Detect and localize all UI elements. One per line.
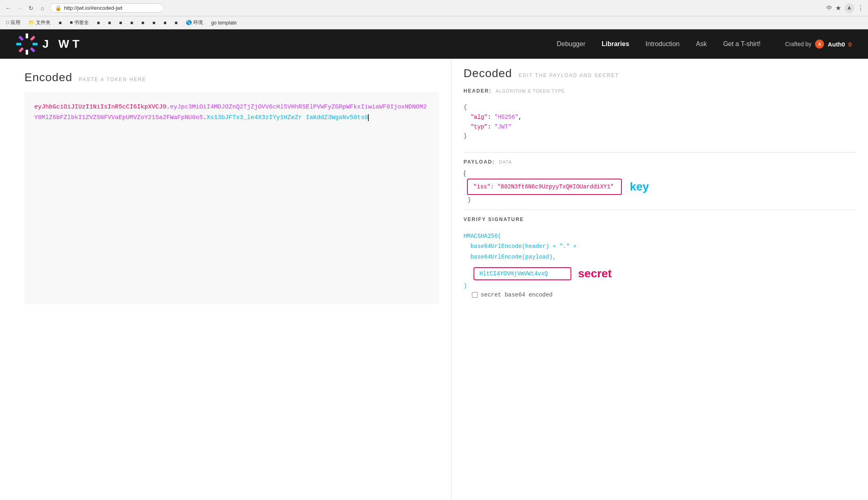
verify-arg2: base64UrlEncode(payload), xyxy=(470,254,556,260)
nav-debugger[interactable]: Debugger xyxy=(557,40,585,48)
browser-bar: ← → ↻ ⌂ 🔒 http://jwt.io/#encoded-jwt 中 ★… xyxy=(0,0,868,16)
encoded-title-text: Encoded xyxy=(24,71,73,84)
typ-key: "typ" xyxy=(470,124,487,130)
nav-introduction[interactable]: Introduction xyxy=(645,40,680,48)
verify-closing: ) xyxy=(464,283,856,289)
bookmark-9[interactable]: ■ xyxy=(161,19,168,27)
payload-json: { "iss": "802N3ft6N6c9UzpyyTxQHIOUarddiX… xyxy=(464,170,856,203)
bookmark-apps[interactable]: □ 应用 xyxy=(4,18,22,27)
divider-2 xyxy=(464,210,856,210)
bookmark-4[interactable]: ■ xyxy=(106,19,113,27)
verify-arg1: base64UrlEncode(header) + "." + xyxy=(470,243,576,250)
address-bar[interactable]: 🔒 http://jwt.io/#encoded-jwt xyxy=(50,3,164,13)
alg-key: "alg" xyxy=(470,114,487,120)
payload-iss-box[interactable]: "iss": "802N3ft6N6c9UzpyyTxQHIOUarddiXY1… xyxy=(467,179,622,195)
auth0-zero: 0 xyxy=(848,41,852,48)
payload-closing: } xyxy=(464,197,856,203)
key-label: key xyxy=(630,180,649,193)
svg-rect-2 xyxy=(33,43,37,45)
bookmark-go-template[interactable]: go template xyxy=(209,19,239,27)
payload-section: PAYLOAD: DATA { "iss": "802N3ft6N6c9Uzpy… xyxy=(464,159,856,203)
translate-icon[interactable]: 中 xyxy=(826,4,832,12)
bookmark-environment[interactable]: 🌎 环境 xyxy=(184,18,205,27)
verify-func-text: HMACSHA256( xyxy=(464,233,501,239)
token-part1: eyJhbGciOiJIUzI1NiIsInR5cCI6IkpXVCJ9 xyxy=(34,104,166,111)
payload-iss-row: "iss": "802N3ft6N6c9UzpyyTxQHIOUarddiXY1… xyxy=(467,179,856,195)
nav-ask[interactable]: Ask xyxy=(696,40,707,48)
divider-1 xyxy=(464,152,856,153)
svg-text:A: A xyxy=(818,42,821,46)
iss-value: "802N3ft6N6c9UzpyyTxQHIOUarddiXY1" xyxy=(497,184,614,190)
svg-rect-7 xyxy=(18,35,24,41)
bookmark-10[interactable]: ■ xyxy=(173,19,180,27)
nav-links: Debugger Libraries Introduction Ask Get … xyxy=(557,40,760,48)
base64-checkbox-row: secret base64 encoded xyxy=(472,292,856,298)
verify-section-label: VERIFY SIGNATURE xyxy=(464,217,856,222)
decoded-panel-title: Decoded EDIT THE PAYLOAD AND SECRET xyxy=(464,67,856,80)
jwt-logo-icon xyxy=(16,33,37,55)
svg-rect-6 xyxy=(16,43,21,45)
bookmark-5[interactable]: ■ xyxy=(117,19,124,27)
svg-rect-3 xyxy=(30,47,35,53)
back-button[interactable]: ← xyxy=(4,4,12,12)
secret-input[interactable] xyxy=(474,267,571,280)
logo-text: J WT xyxy=(42,38,83,51)
base64-label: secret base64 encoded xyxy=(481,292,553,298)
content-area: Encoded PASTE A TOKEN HERE eyJhbGciOiJIU… xyxy=(0,59,868,500)
alg-value: "HS256" xyxy=(494,114,518,120)
main-navigation: J WT Debugger Libraries Introduction Ask… xyxy=(0,29,868,59)
header-section-label: HEADER: ALGORITHM & TOKEN TYPE xyxy=(464,88,856,94)
nav-tshirt[interactable]: Get a T-shirt! xyxy=(723,40,760,48)
bookmark-8[interactable]: ■ xyxy=(150,19,157,27)
profile-icon[interactable]: A xyxy=(844,3,854,13)
svg-rect-0 xyxy=(26,33,28,38)
encoded-panel: Encoded PASTE A TOKEN HERE eyJhbGciOiJIU… xyxy=(0,59,452,500)
typ-value: "JWT" xyxy=(494,124,511,130)
logo-area: J WT xyxy=(16,33,83,55)
home-button[interactable]: ⌂ xyxy=(38,4,46,12)
crafted-by: Crafted by A Auth0 0 xyxy=(785,39,852,49)
verify-section: VERIFY SIGNATURE HMACSHA256( base64UrlEn… xyxy=(464,217,856,298)
bookmark-star-icon[interactable]: ★ xyxy=(835,4,841,12)
decoded-title-text: Decoded xyxy=(464,67,512,80)
bookmarks-bar: □ 应用 📁 文件夹 ■ ■ 书签全 ■ ■ ■ ■ ■ ■ ■ ■ 🌎 环境 … xyxy=(0,16,868,29)
svg-rect-4 xyxy=(26,50,28,55)
forward-button[interactable]: → xyxy=(15,4,24,12)
bookmark-2[interactable]: ■ 书签全 xyxy=(68,18,91,27)
dot2: . xyxy=(203,114,207,121)
svg-rect-5 xyxy=(18,47,24,53)
auth0-label: Auth0 xyxy=(828,41,845,48)
encoded-token-box[interactable]: eyJhbGciOiJIUzI1NiIsInR5cCI6IkpXVCJ9.eyJ… xyxy=(24,92,439,304)
app-menu-icon[interactable]: ⋮ xyxy=(857,4,864,12)
bookmark-1[interactable]: ■ xyxy=(57,19,64,27)
base64-checkbox[interactable] xyxy=(472,292,478,298)
decoded-panel: Decoded EDIT THE PAYLOAD AND SECRET HEAD… xyxy=(452,59,868,500)
lock-icon: 🔒 xyxy=(55,5,62,11)
bookmark-3[interactable]: ■ xyxy=(95,19,102,27)
payload-section-label: PAYLOAD: DATA xyxy=(464,159,856,165)
svg-rect-1 xyxy=(30,35,35,41)
encoded-subtitle: PASTE A TOKEN HERE xyxy=(79,77,146,82)
refresh-button[interactable]: ↻ xyxy=(27,4,35,12)
token-part3: Xs13bJFTx3_le4X3zIYy1HZeZr IaKddZ3WgaNv5… xyxy=(207,114,369,121)
bookmark-6[interactable]: ■ xyxy=(128,19,135,27)
auth0-icon: A xyxy=(815,39,824,49)
iss-key: "iss" xyxy=(474,184,491,190)
bookmark-folder[interactable]: 📁 文件夹 xyxy=(26,18,53,27)
dot1: . xyxy=(166,104,170,111)
bookmark-7[interactable]: ■ xyxy=(139,19,146,27)
secret-input-row: secret xyxy=(464,267,856,280)
header-json: { "alg": "HS256", "typ": "JWT" } xyxy=(464,99,856,146)
text-cursor xyxy=(368,114,369,121)
nav-libraries[interactable]: Libraries xyxy=(602,40,630,48)
verify-code-block: HMACSHA256( base64UrlEncode(header) + ".… xyxy=(464,227,856,266)
secret-label: secret xyxy=(578,267,612,280)
encoded-panel-title: Encoded PASTE A TOKEN HERE xyxy=(24,71,439,84)
url-text: http://jwt.io/#encoded-jwt xyxy=(64,5,122,11)
